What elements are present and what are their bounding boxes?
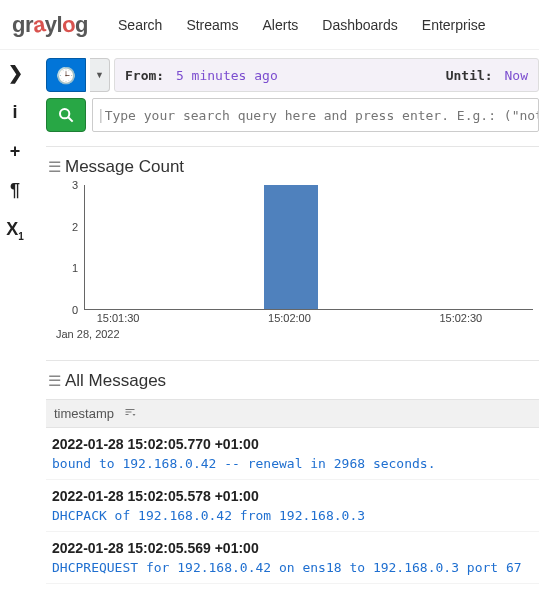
brand-logo[interactable]: graylog	[12, 12, 88, 38]
time-range-bar: 🕒 ▼ From: 5 minutes ago Until: Now	[46, 58, 539, 92]
message-row[interactable]: 2022-01-28 15:02:05.578 +01:00 DHCPACK o…	[46, 480, 539, 532]
cursor-icon: |	[99, 107, 103, 123]
message-count-title-row: ☰ Message Count	[48, 157, 539, 177]
sort-icon[interactable]	[124, 406, 136, 421]
search-input-wrap: |	[92, 98, 539, 132]
nav-dashboards[interactable]: Dashboards	[322, 17, 398, 33]
xtick-2: 15:02:30	[439, 312, 482, 324]
top-navbar: graylog Search Streams Alerts Dashboards…	[0, 0, 539, 50]
chart-plot-area	[84, 185, 533, 310]
search-submit-button[interactable]	[46, 98, 86, 132]
all-messages-title: All Messages	[65, 371, 166, 391]
nav-alerts[interactable]: Alerts	[263, 17, 299, 33]
chevron-right-icon[interactable]: ❯	[8, 62, 23, 84]
search-row: |	[46, 98, 539, 132]
chart-bar	[264, 185, 318, 309]
chevron-down-icon: ▼	[95, 70, 104, 80]
plus-icon[interactable]: +	[10, 141, 21, 162]
left-icon-rail: ❯ i + ¶ X1	[0, 50, 30, 242]
from-value: 5 minutes ago	[176, 68, 278, 83]
time-range-button[interactable]: 🕒	[46, 58, 86, 92]
xtick-0: 15:01:30	[97, 312, 140, 324]
message-count-chart[interactable]: 3 2 1 0 15:01:30 15:02:00 15:02:30 Jan 2…	[46, 185, 533, 340]
message-timestamp: 2022-01-28 15:02:05.578 +01:00	[52, 488, 533, 504]
chart-xaxis: 15:01:30 15:02:00 15:02:30	[82, 312, 533, 326]
ytick-2: 2	[72, 221, 78, 233]
time-range-dropdown[interactable]: ▼	[90, 58, 110, 92]
main-content: 🕒 ▼ From: 5 minutes ago Until: Now | ☰ M…	[40, 50, 539, 615]
message-timestamp: 2022-01-28 15:02:05.770 +01:00	[52, 436, 533, 452]
info-icon[interactable]: i	[12, 102, 17, 123]
search-icon	[58, 107, 74, 123]
from-label: From:	[125, 68, 164, 83]
svg-point-0	[60, 109, 69, 118]
chart-date-label: Jan 28, 2022	[56, 328, 120, 340]
message-row[interactable]: 2022-01-28 15:02:05.569 +01:00 DHCPREQUE…	[46, 532, 539, 584]
variable-icon[interactable]: X1	[6, 219, 24, 242]
all-messages-title-row: ☰ All Messages	[48, 371, 539, 391]
chart-yaxis: 3 2 1 0	[46, 185, 82, 310]
until-value: Now	[505, 68, 528, 83]
all-messages-panel: ☰ All Messages timestamp 2022-01-28 15:0…	[46, 360, 539, 584]
pilcrow-icon[interactable]: ¶	[10, 180, 20, 201]
drag-handle-icon[interactable]: ☰	[48, 372, 59, 390]
col-timestamp[interactable]: timestamp	[54, 406, 114, 421]
nav-streams[interactable]: Streams	[186, 17, 238, 33]
nav-search[interactable]: Search	[118, 17, 162, 33]
search-input[interactable]	[105, 108, 538, 123]
message-text: bound to 192.168.0.42 -- renewal in 2968…	[52, 456, 533, 471]
nav-enterprise[interactable]: Enterprise	[422, 17, 486, 33]
message-timestamp: 2022-01-28 15:02:05.569 +01:00	[52, 540, 533, 556]
message-row[interactable]: 2022-01-28 15:02:05.770 +01:00 bound to …	[46, 428, 539, 480]
ytick-3: 3	[72, 179, 78, 191]
ytick-0: 0	[72, 304, 78, 316]
message-count-title: Message Count	[65, 157, 184, 177]
xtick-1: 15:02:00	[268, 312, 311, 324]
time-range-display[interactable]: From: 5 minutes ago Until: Now	[114, 58, 539, 92]
messages-table-header: timestamp	[46, 399, 539, 428]
svg-line-1	[68, 117, 73, 122]
message-text: DHCPREQUEST for 192.168.0.42 on ens18 to…	[52, 560, 533, 575]
drag-handle-icon[interactable]: ☰	[48, 158, 59, 176]
message-count-panel: ☰ Message Count 3 2 1 0 15:01:30 15:02:0…	[46, 146, 539, 340]
clock-icon: 🕒	[56, 66, 76, 85]
message-text: DHCPACK of 192.168.0.42 from 192.168.0.3	[52, 508, 533, 523]
until-label: Until:	[446, 68, 493, 83]
ytick-1: 1	[72, 262, 78, 274]
